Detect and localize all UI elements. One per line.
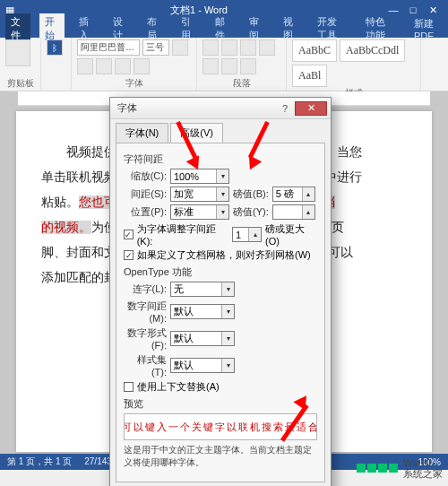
chevron-down-icon: ▾ bbox=[216, 205, 228, 219]
preview-hint: 这是用于中文的正文主题字体。当前文档主题定义将使用哪种字体。 bbox=[124, 444, 317, 469]
ligature-combo[interactable]: 无▾ bbox=[170, 282, 235, 297]
group-clipboard-label: 剪贴板 bbox=[5, 77, 35, 91]
underline-button[interactable] bbox=[96, 58, 112, 74]
watermark: Win10系统之家 bbox=[323, 450, 448, 486]
paste-button[interactable] bbox=[5, 39, 30, 66]
contextual-checkbox[interactable]: 使用上下文替换(A) bbox=[124, 380, 317, 394]
font-name-combo[interactable]: 阿里巴巴普… bbox=[77, 39, 140, 56]
strike-button[interactable] bbox=[115, 58, 131, 74]
position-combo[interactable]: 标准▾ bbox=[170, 204, 229, 220]
style-2[interactable]: AaBbCcDdl bbox=[340, 39, 405, 62]
dialog-body: 字符间距 缩放(C): 100%▾ 间距(S): 加宽▾ 磅值(B): 5 磅▴… bbox=[116, 143, 325, 482]
scale-label: 缩放(C): bbox=[124, 169, 167, 183]
dialog-titlebar[interactable]: 字体 ? ✕ bbox=[110, 98, 331, 119]
ribbon-tabs: 文件 开始 插入 设计 布局 引用 邮件 审阅 视图 开发工具 特色功能 新建P… bbox=[0, 20, 448, 38]
dialog-help-button[interactable]: ? bbox=[275, 103, 295, 114]
styleset-label: 样式集(T): bbox=[124, 353, 167, 378]
dialog-tab-advanced[interactable]: 高级(V) bbox=[170, 123, 223, 143]
bold-button[interactable] bbox=[172, 39, 188, 56]
ribbon: 剪贴板 ᛒ 阿里巴巴普… 三号 字体 段落 AaBbC bbox=[0, 38, 448, 91]
spinner-icon: ▴ bbox=[302, 187, 314, 201]
section-char-spacing: 字符间距 bbox=[124, 152, 317, 166]
indent-button[interactable] bbox=[240, 39, 256, 56]
watermark-logo-icon bbox=[357, 464, 398, 473]
preview-label: 预览 bbox=[124, 397, 317, 411]
font-size-combo[interactable]: 三号 bbox=[142, 39, 169, 56]
styleset-combo[interactable]: 默认▾ bbox=[170, 358, 235, 373]
chevron-down-icon: ▾ bbox=[221, 359, 234, 372]
spacing-amount-input[interactable]: 5 磅▴ bbox=[272, 187, 315, 202]
dialog-title: 字体 bbox=[117, 101, 275, 115]
dialog-tab-font[interactable]: 字体(N) bbox=[116, 123, 168, 143]
chevron-down-icon: ▾ bbox=[221, 282, 234, 296]
spacing-combo[interactable]: 加宽▾ bbox=[170, 187, 229, 202]
checkbox-icon: ✓ bbox=[124, 250, 134, 260]
style-3[interactable]: AaBl bbox=[292, 65, 327, 87]
checkbox-icon: ✓ bbox=[124, 230, 134, 239]
status-page[interactable]: 第 1 页，共 1 页 bbox=[7, 456, 72, 468]
style-1[interactable]: AaBbC bbox=[292, 39, 337, 62]
section-opentype: OpenType 功能 bbox=[124, 265, 317, 279]
scale-combo[interactable]: 100%▾ bbox=[170, 169, 229, 184]
group-styles: AaBbC AaBbCcDdl AaBl 样式 bbox=[287, 38, 421, 91]
numspacing-combo[interactable]: 默认▾ bbox=[170, 304, 235, 319]
font-dialog: 字体 ? ✕ 字体(N) 高级(V) 字符间距 缩放(C): 100%▾ 间距(… bbox=[109, 97, 332, 486]
spacing-label: 间距(S): bbox=[124, 187, 167, 201]
chevron-down-icon: ▾ bbox=[216, 187, 228, 201]
bullets-button[interactable] bbox=[202, 39, 219, 56]
chevron-down-icon: ▾ bbox=[221, 305, 234, 318]
spinner-icon: ▴ bbox=[248, 228, 261, 241]
preview-box: 您也可以键入一个关键字以联机搜索最适合您的 bbox=[124, 413, 317, 440]
numbering-button[interactable] bbox=[221, 39, 237, 56]
position-amount-label: 磅值(Y): bbox=[233, 205, 269, 219]
numform-combo[interactable]: 默认▾ bbox=[170, 331, 235, 346]
align-right-button[interactable] bbox=[221, 58, 237, 74]
group-font: 阿里巴巴普… 三号 字体 bbox=[72, 38, 197, 91]
dialog-tabs: 字体(N) 高级(V) bbox=[110, 119, 331, 143]
snap-grid-checkbox[interactable]: ✓ 如果定义了文档网格，则对齐到网格(W) bbox=[124, 248, 317, 262]
group-font-label: 字体 bbox=[77, 77, 191, 91]
position-label: 位置(P): bbox=[124, 205, 167, 219]
italic-button[interactable] bbox=[77, 58, 93, 74]
numform-label: 数字形式(F): bbox=[124, 326, 167, 351]
group-bluetooth: ᛒ bbox=[41, 38, 72, 91]
kerning-checkbox[interactable]: ✓ 为字体调整字间距(K): 1▴ 磅或更大(O) bbox=[124, 222, 317, 247]
group-clipboard: 剪贴板 bbox=[0, 38, 41, 91]
font-color-button[interactable] bbox=[134, 58, 150, 74]
kerning-value-input[interactable]: 1▴ bbox=[232, 227, 262, 242]
spacing-amount-label: 磅值(B): bbox=[233, 187, 269, 201]
group-paragraph: 段落 bbox=[197, 38, 287, 91]
shading-button[interactable] bbox=[240, 58, 256, 74]
checkbox-icon bbox=[124, 382, 134, 392]
group-para-label: 段落 bbox=[202, 77, 280, 91]
ligature-label: 连字(L): bbox=[124, 282, 167, 296]
position-amount-input[interactable]: ▴ bbox=[272, 204, 315, 220]
dialog-close-button[interactable]: ✕ bbox=[295, 101, 327, 116]
align-center-button[interactable] bbox=[202, 58, 219, 74]
maximize-button[interactable]: □ bbox=[403, 4, 423, 15]
chevron-down-icon: ▾ bbox=[216, 169, 228, 183]
spinner-icon: ▴ bbox=[302, 205, 314, 219]
align-left-button[interactable] bbox=[259, 39, 275, 56]
watermark-text: Win10系统之家 bbox=[403, 457, 443, 479]
numspacing-label: 数字间距(M): bbox=[124, 299, 167, 324]
chevron-down-icon: ▾ bbox=[221, 332, 234, 345]
bluetooth-icon[interactable]: ᛒ bbox=[47, 39, 63, 56]
